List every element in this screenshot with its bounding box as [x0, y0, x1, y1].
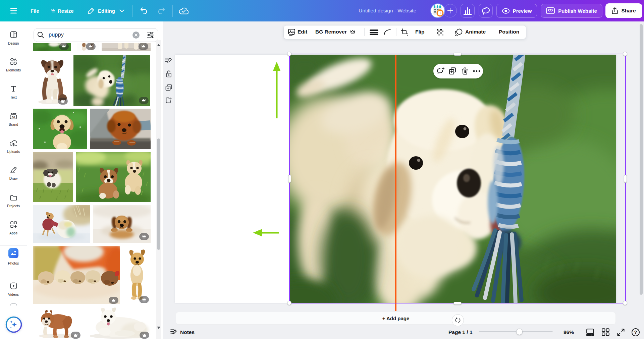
svg-text:co: co: [12, 115, 15, 119]
